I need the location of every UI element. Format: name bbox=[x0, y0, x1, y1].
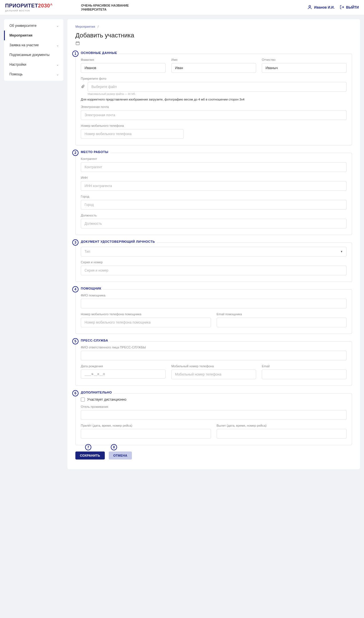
fieldset-assistant: 4 ПОМОЩНИК ФИО помощника Номер мобильног… bbox=[75, 289, 352, 334]
input-press-fio[interactable] bbox=[81, 351, 347, 360]
chevron-down-icon: ⌄ bbox=[56, 63, 59, 67]
label-city: Город bbox=[81, 195, 347, 198]
sidebar: Об университете ⌄ Мероприятия Заявка на … bbox=[4, 19, 63, 81]
legend-main-data: ОСНОВНЫЕ ДАННЫЕ bbox=[79, 51, 119, 55]
input-phone[interactable] bbox=[81, 129, 184, 139]
page-title: Добавить участника bbox=[75, 32, 352, 39]
input-firstname[interactable] bbox=[171, 63, 256, 73]
input-dob[interactable]: ____年__月__日 bbox=[81, 370, 166, 379]
label-assistant-email: Email помощника bbox=[217, 312, 347, 316]
legend-additional: ДОПОЛНИТЕЛЬНО bbox=[79, 391, 114, 394]
chevron-down-icon: ⌄ bbox=[56, 43, 59, 47]
input-arrival[interactable] bbox=[81, 429, 211, 439]
svg-rect-1 bbox=[76, 42, 79, 45]
input-lastname[interactable] bbox=[81, 63, 166, 73]
breadcrumb-sep: / bbox=[98, 25, 98, 28]
logo-caret-icon: ^ bbox=[50, 3, 53, 7]
fieldset-identity-doc: 3 ДОКУМЕНТ УДОСТОВЕРЯЮЩИЙ ЛИЧНОСТЬ Тип ▼… bbox=[75, 242, 352, 282]
label-assistant-phone: Номер мобильного телефона помощника bbox=[81, 312, 211, 316]
select-doc-type[interactable]: Тип ▼ bbox=[81, 247, 347, 256]
label-lastname: Фамилия bbox=[81, 58, 166, 61]
label-email: Электронная почта bbox=[81, 105, 347, 109]
step-badge-4: 4 bbox=[72, 286, 79, 292]
file-hint: Максимальный размер файла — 30 Мб. bbox=[88, 93, 347, 95]
step-badge-5: 5 bbox=[72, 338, 79, 344]
breadcrumb: Мероприятия / bbox=[75, 25, 352, 28]
input-patronymic[interactable] bbox=[262, 63, 347, 73]
label-position: Должность bbox=[81, 214, 347, 217]
breadcrumb-root[interactable]: Мероприятия bbox=[75, 25, 95, 28]
label-departure: Вылет (дата, время, номер рейса) bbox=[217, 424, 347, 427]
step-badge-3: 3 bbox=[72, 239, 79, 246]
user-name: Иванов И.И. bbox=[314, 5, 335, 9]
label-press-email: Email bbox=[262, 364, 347, 368]
label-assistant-fio: ФИО помощника bbox=[81, 294, 347, 297]
input-city[interactable] bbox=[81, 200, 347, 210]
sidebar-item-settings[interactable]: Настройки ⌄ bbox=[4, 60, 63, 69]
sidebar-item-signed-docs[interactable]: Подписанные документы bbox=[4, 50, 63, 60]
checkbox-remote[interactable] bbox=[81, 398, 85, 402]
input-assistant-fio[interactable] bbox=[81, 299, 347, 308]
legend-workplace: МЕСТО РАБОТЫ bbox=[79, 150, 110, 154]
input-inn[interactable] bbox=[81, 181, 347, 191]
step-badge-7: 7 bbox=[85, 444, 91, 450]
input-serial[interactable] bbox=[81, 266, 347, 275]
label-press-fio: ФИО ответственного лица ПРЕСС-СЛУЖБЫ bbox=[81, 346, 347, 349]
label-counterparty: Контрагент bbox=[81, 157, 347, 160]
chevron-down-icon: ⌄ bbox=[56, 24, 59, 28]
photo-note: Для корректного представления изображени… bbox=[81, 98, 347, 101]
fieldset-press: 5 ПРЕСС-СЛУЖБА ФИО ответственного лица П… bbox=[75, 341, 352, 386]
input-file[interactable] bbox=[88, 82, 347, 92]
app-header: ПРИОРИТЕТ2030^ ДАЛЬНИЙ ВОСТОК ОЧЕНЬ КРАС… bbox=[0, 0, 364, 15]
input-press-email[interactable] bbox=[262, 370, 347, 379]
step-badge-6: 6 bbox=[72, 390, 79, 396]
legend-identity-doc: ДОКУМЕНТ УДОСТОВЕРЯЮЩИЙ ЛИЧНОСТЬ bbox=[79, 240, 157, 243]
header-right: Иванов И.И. ВЫЙТИ bbox=[307, 5, 359, 11]
triangle-down-icon: ▼ bbox=[340, 250, 343, 253]
logo-year: 2030 bbox=[38, 3, 50, 9]
fieldset-workplace: 2 МЕСТО РАБОТЫ Контрагент ИНН Город Долж… bbox=[75, 153, 352, 235]
sidebar-item-label: Подписанные документы bbox=[9, 53, 49, 57]
logo-subtitle: ДАЛЬНИЙ ВОСТОК bbox=[5, 9, 53, 12]
input-departure[interactable] bbox=[217, 429, 347, 439]
step-badge-1: 1 bbox=[72, 51, 79, 57]
sidebar-item-label: Настройки bbox=[9, 63, 26, 67]
label-serial: Серия и номер bbox=[81, 260, 347, 264]
sidebar-item-about[interactable]: Об университете ⌄ bbox=[4, 21, 63, 31]
form-actions: 7 8 СОХРАНИТЬ ОТМЕНА bbox=[75, 452, 352, 460]
label-remote: Участвует дистанционно bbox=[87, 398, 126, 402]
label-firstname: Имя bbox=[171, 58, 256, 61]
logo: ПРИОРИТЕТ2030^ bbox=[5, 3, 53, 9]
save-button[interactable]: СОХРАНИТЬ bbox=[75, 452, 105, 460]
input-assistant-email[interactable] bbox=[217, 318, 347, 327]
sidebar-item-application[interactable]: Заявка на участие ⌄ bbox=[4, 40, 63, 50]
input-email[interactable] bbox=[81, 110, 347, 120]
input-position[interactable] bbox=[81, 219, 347, 228]
sidebar-item-label: Мероприятия bbox=[9, 33, 33, 37]
input-press-phone[interactable] bbox=[171, 370, 256, 379]
sidebar-item-help[interactable]: Помощь ⌄ bbox=[4, 69, 63, 79]
select-placeholder: Тип bbox=[85, 250, 90, 254]
uni-line1: ОЧЕНЬ КРАСИВОЕ НАЗВАНИЕ bbox=[81, 3, 129, 7]
sidebar-item-events[interactable]: Мероприятия bbox=[4, 31, 63, 40]
logout-icon bbox=[340, 5, 344, 10]
cancel-button[interactable]: ОТМЕНА bbox=[109, 452, 132, 460]
label-photo: Прикрепите фото bbox=[81, 77, 347, 80]
input-hotel[interactable] bbox=[81, 410, 347, 420]
logout-button[interactable]: ВЫЙТИ bbox=[340, 5, 359, 10]
paperclip-icon bbox=[81, 85, 85, 89]
user-chip[interactable]: Иванов И.И. bbox=[307, 5, 335, 11]
label-dob: Дата рождения bbox=[81, 364, 166, 368]
step-badge-8: 8 bbox=[111, 444, 117, 450]
input-counterparty[interactable] bbox=[81, 162, 347, 172]
legend-assistant: ПОМОЩНИК bbox=[79, 287, 103, 290]
sidebar-item-label: Помощь bbox=[9, 72, 23, 76]
label-patronymic: Отчество bbox=[262, 58, 347, 61]
logo-main: ПРИОРИТЕТ bbox=[5, 3, 38, 9]
fieldset-additional: 6 ДОПОЛНИТЕЛЬНО Участвует дистанционно О… bbox=[75, 393, 352, 445]
label-press-phone: Мобильный номер телефона bbox=[171, 364, 256, 368]
step-badge-2: 2 bbox=[72, 150, 79, 156]
svg-point-0 bbox=[309, 5, 311, 7]
input-assistant-phone[interactable] bbox=[81, 318, 211, 327]
label-hotel: Отель проживания bbox=[81, 405, 347, 408]
